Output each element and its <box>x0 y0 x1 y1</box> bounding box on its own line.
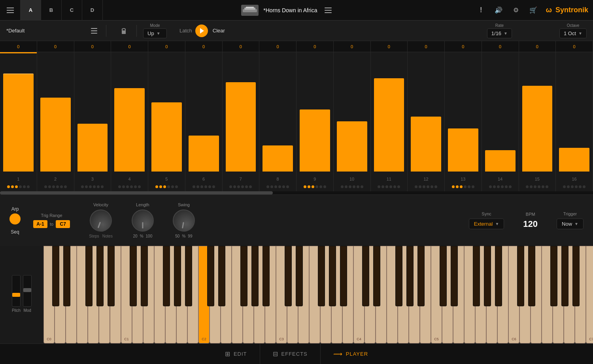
step-column-8[interactable]: 08 <box>259 41 296 191</box>
black-key-5-4[interactable] <box>495 246 502 306</box>
pitch-slider[interactable] <box>12 275 21 307</box>
step-bar-10[interactable] <box>337 121 367 172</box>
step-bar-14[interactable] <box>485 150 516 172</box>
step-bar-5[interactable] <box>151 102 182 172</box>
black-key-3-2[interactable] <box>318 246 325 306</box>
step-value-9[interactable]: 0 <box>296 41 333 52</box>
black-key-4-2[interactable] <box>395 246 402 306</box>
step-bar-12[interactable] <box>411 117 441 172</box>
alert-button[interactable]: ! <box>473 2 489 18</box>
step-bar-4[interactable] <box>114 88 145 172</box>
step-bar-15[interactable] <box>522 86 553 172</box>
step-column-5[interactable]: 05 <box>148 41 185 191</box>
step-bar-6[interactable] <box>189 136 219 172</box>
nav-tab-a[interactable]: A <box>21 0 41 21</box>
tab-edit[interactable]: ⊞ EDIT <box>212 344 260 364</box>
black-key-5-3[interactable] <box>484 246 491 306</box>
step-value-11[interactable]: 0 <box>371 41 408 52</box>
step-value-16[interactable]: 0 <box>556 41 593 52</box>
black-key-0-0[interactable] <box>52 246 59 306</box>
step-value-4[interactable]: 0 <box>111 41 148 52</box>
step-value-12[interactable]: 0 <box>408 41 444 52</box>
tab-player[interactable]: ⟿ PLAYER <box>320 344 381 364</box>
play-button[interactable] <box>195 25 208 37</box>
step-column-10[interactable]: 010 <box>334 41 371 191</box>
step-column-15[interactable]: 015 <box>519 41 556 191</box>
step-column-13[interactable]: 013 <box>445 41 482 191</box>
black-key-0-3[interactable] <box>96 246 104 306</box>
step-value-14[interactable]: 0 <box>482 41 519 52</box>
black-key-3-1[interactable] <box>296 246 303 306</box>
step-value-1[interactable]: 0 <box>0 41 37 52</box>
scroll-area[interactable] <box>0 191 593 194</box>
black-key-2-4[interactable] <box>263 246 270 306</box>
black-key-1-0[interactable] <box>130 246 137 306</box>
step-column-4[interactable]: 04 <box>111 41 148 191</box>
black-key-4-4[interactable] <box>417 246 425 306</box>
step-column-1[interactable]: 01 <box>0 41 37 191</box>
trigger-selector[interactable]: Now ▼ <box>557 219 584 229</box>
black-key-6-4[interactable] <box>572 246 580 306</box>
step-value-6[interactable]: 0 <box>185 41 222 52</box>
hamburger-menu-button[interactable] <box>0 0 21 21</box>
step-column-6[interactable]: 06 <box>185 41 223 191</box>
black-key-4-0[interactable] <box>362 246 369 306</box>
black-key-1-4[interactable] <box>185 246 192 306</box>
lock-button[interactable] <box>117 25 130 37</box>
black-key-4-3[interactable] <box>406 246 414 306</box>
bpm-value[interactable]: 120 <box>523 219 538 229</box>
black-key-0-1[interactable] <box>63 246 70 306</box>
black-key-5-0[interactable] <box>440 246 447 306</box>
step-bar-13[interactable] <box>448 128 478 172</box>
tab-effects[interactable]: ⊟ EFFECTS <box>260 344 320 364</box>
black-key-3-4[interactable] <box>340 246 347 306</box>
black-key-2-0[interactable] <box>207 246 214 306</box>
black-key-5-1[interactable] <box>451 246 458 306</box>
rate-selector[interactable]: 1/16 ▼ <box>487 28 512 38</box>
step-value-8[interactable]: 0 <box>259 41 296 52</box>
sync-selector[interactable]: External ▼ <box>469 219 504 229</box>
black-key-4-1[interactable] <box>373 246 380 306</box>
black-key-2-2[interactable] <box>240 246 247 306</box>
black-key-2-1[interactable] <box>218 246 225 306</box>
white-key-7-0[interactable]: C7 <box>586 246 593 343</box>
black-key-0-4[interactable] <box>108 246 115 306</box>
length-knob[interactable] <box>132 209 154 232</box>
nav-tab-c[interactable]: C <box>62 0 82 21</box>
nav-tab-b[interactable]: B <box>41 0 62 21</box>
black-key-5-2[interactable] <box>473 246 480 306</box>
step-bar-9[interactable] <box>300 109 330 172</box>
black-key-0-2[interactable] <box>85 246 93 306</box>
step-column-16[interactable]: 016 <box>556 41 593 191</box>
black-key-2-3[interactable] <box>251 246 259 306</box>
speaker-button[interactable]: 🔊 <box>491 2 506 18</box>
settings-button[interactable]: ⚙ <box>508 2 524 18</box>
trig-range-to-value[interactable]: C7 <box>56 220 70 228</box>
step-column-11[interactable]: 011 <box>371 41 408 191</box>
trig-range-from[interactable]: A-1 <box>33 220 47 228</box>
black-key-3-3[interactable] <box>329 246 336 306</box>
black-key-6-2[interactable] <box>550 246 557 306</box>
step-column-7[interactable]: 07 <box>223 41 260 191</box>
step-bar-11[interactable] <box>374 78 404 172</box>
step-bar-3[interactable] <box>77 124 108 172</box>
step-bar-1[interactable] <box>3 74 34 172</box>
step-bar-7[interactable] <box>226 82 256 172</box>
black-key-6-0[interactable] <box>517 246 524 306</box>
step-bar-8[interactable] <box>263 145 293 172</box>
step-value-5[interactable]: 0 <box>148 41 185 52</box>
black-key-3-0[interactable] <box>285 246 292 306</box>
mod-slider[interactable] <box>23 275 32 307</box>
instrument-menu-button[interactable] <box>322 4 334 17</box>
step-value-2[interactable]: 0 <box>37 41 74 52</box>
clear-button[interactable]: Clear <box>213 28 225 34</box>
step-bar-16[interactable] <box>559 148 589 172</box>
step-column-12[interactable]: 012 <box>408 41 445 191</box>
preset-menu-button[interactable] <box>89 25 100 36</box>
mode-selector[interactable]: Up ▼ <box>143 28 167 38</box>
black-key-1-1[interactable] <box>141 246 148 306</box>
step-column-3[interactable]: 03 <box>74 41 111 191</box>
step-value-3[interactable]: 0 <box>74 41 111 52</box>
step-value-10[interactable]: 0 <box>334 41 370 52</box>
step-bar-2[interactable] <box>40 98 71 172</box>
